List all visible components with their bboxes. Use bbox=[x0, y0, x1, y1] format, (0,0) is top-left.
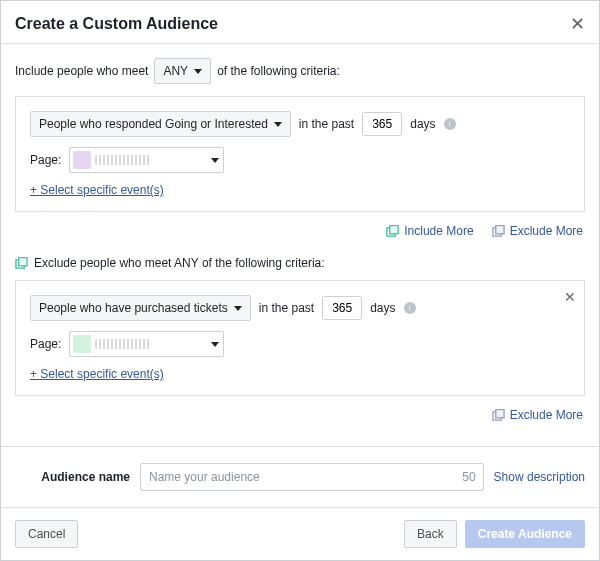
audience-name-label: Audience name bbox=[15, 470, 130, 484]
include-days-input[interactable] bbox=[362, 112, 402, 136]
include-panel: People who responded Going or Interested… bbox=[15, 96, 585, 212]
show-description-link[interactable]: Show description bbox=[494, 470, 585, 484]
exclude-more-link[interactable]: Exclude More bbox=[492, 224, 583, 238]
caret-down-icon bbox=[274, 122, 282, 127]
create-audience-button[interactable]: Create Audience bbox=[465, 520, 585, 548]
exclude-more-link-2[interactable]: Exclude More bbox=[492, 408, 583, 422]
caret-down-icon bbox=[211, 342, 219, 347]
in-past-label: in the past bbox=[299, 117, 354, 131]
exclude-header-text: Exclude people who meet ANY of the follo… bbox=[34, 256, 325, 270]
include-page-dropdown[interactable] bbox=[69, 147, 224, 173]
include-actions: Include More Exclude More bbox=[15, 216, 585, 252]
include-text-post: of the following criteria: bbox=[217, 64, 340, 78]
page-avatar bbox=[73, 151, 91, 169]
modal-header: Create a Custom Audience ✕ bbox=[1, 1, 599, 43]
caret-down-icon bbox=[194, 69, 202, 74]
info-icon[interactable]: i bbox=[404, 302, 416, 314]
page-label: Page: bbox=[30, 153, 61, 167]
include-engagement-dropdown[interactable]: People who responded Going or Interested bbox=[30, 111, 291, 137]
include-mode-value: ANY bbox=[163, 64, 188, 78]
duplicate-icon bbox=[386, 225, 399, 238]
page-label: Page: bbox=[30, 337, 61, 351]
back-button[interactable]: Back bbox=[404, 520, 457, 548]
exclude-engagement-dropdown[interactable]: People who have purchased tickets bbox=[30, 295, 251, 321]
exclude-select-events-link[interactable]: + Select specific event(s) bbox=[30, 367, 164, 381]
modal-footer: Cancel Back Create Audience bbox=[1, 507, 599, 560]
include-sentence: Include people who meet ANY of the follo… bbox=[15, 58, 585, 84]
svg-rect-5 bbox=[19, 257, 27, 265]
exclude-engagement-value: People who have purchased tickets bbox=[39, 301, 228, 315]
include-more-link[interactable]: Include More bbox=[386, 224, 473, 238]
exclude-actions: Exclude More bbox=[15, 400, 585, 436]
char-remaining: 50 bbox=[462, 470, 475, 484]
audience-name-section: Audience name 50 Show description bbox=[1, 446, 599, 507]
page-avatar bbox=[73, 335, 91, 353]
duplicate-icon bbox=[15, 257, 28, 270]
page-name-redacted bbox=[95, 339, 150, 349]
cancel-button[interactable]: Cancel bbox=[15, 520, 78, 548]
duplicate-icon bbox=[492, 409, 505, 422]
info-icon[interactable]: i bbox=[444, 118, 456, 130]
in-past-label: in the past bbox=[259, 301, 314, 315]
caret-down-icon bbox=[234, 306, 242, 311]
include-text-pre: Include people who meet bbox=[15, 64, 148, 78]
audience-name-input[interactable] bbox=[140, 463, 484, 491]
exclude-panel: ✕ People who have purchased tickets in t… bbox=[15, 280, 585, 396]
days-label: days bbox=[410, 117, 435, 131]
remove-exclude-icon[interactable]: ✕ bbox=[564, 289, 576, 305]
exclude-sentence: Exclude people who meet ANY of the follo… bbox=[15, 256, 585, 270]
include-mode-dropdown[interactable]: ANY bbox=[154, 58, 211, 84]
days-label: days bbox=[370, 301, 395, 315]
svg-rect-7 bbox=[495, 409, 503, 417]
include-engagement-value: People who responded Going or Interested bbox=[39, 117, 268, 131]
duplicate-icon bbox=[492, 225, 505, 238]
exclude-days-input[interactable] bbox=[322, 296, 362, 320]
modal-body: Include people who meet ANY of the follo… bbox=[1, 44, 599, 446]
modal-title: Create a Custom Audience bbox=[15, 15, 218, 33]
svg-rect-3 bbox=[495, 225, 503, 233]
include-select-events-link[interactable]: + Select specific event(s) bbox=[30, 183, 164, 197]
page-name-redacted bbox=[95, 155, 150, 165]
close-icon[interactable]: ✕ bbox=[570, 15, 585, 33]
svg-rect-1 bbox=[390, 225, 398, 233]
exclude-page-dropdown[interactable] bbox=[69, 331, 224, 357]
create-custom-audience-modal: Create a Custom Audience ✕ Include peopl… bbox=[0, 0, 600, 561]
caret-down-icon bbox=[211, 158, 219, 163]
